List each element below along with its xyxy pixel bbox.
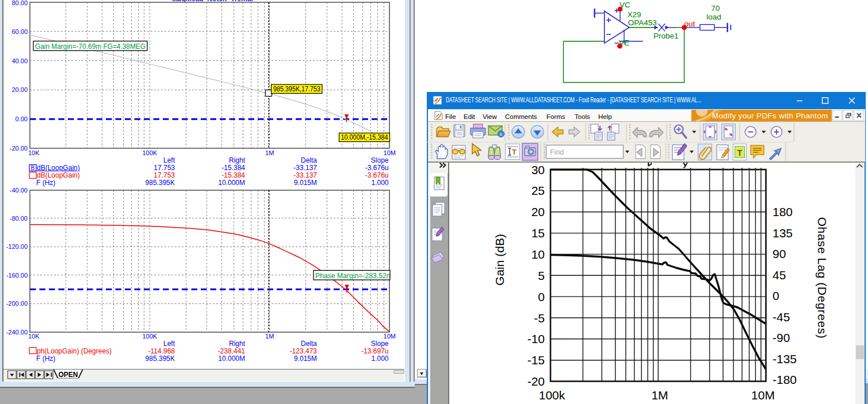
- svg-text:out: out: [685, 20, 695, 28]
- svg-text:-40.00: -40.00: [10, 187, 28, 194]
- svg-text:10: 10: [531, 247, 544, 260]
- svg-text:Find: Find: [550, 148, 564, 156]
- svg-text:135: 135: [773, 226, 793, 239]
- svg-text:10M: 10M: [751, 388, 775, 402]
- svg-text:-123.473: -123.473: [290, 347, 318, 355]
- svg-text:100k: 100k: [538, 388, 565, 402]
- svg-text:10.000M,-15.384: 10.000M,-15.384: [341, 133, 388, 141]
- svg-text:-3.676u: -3.676u: [365, 171, 389, 179]
- svg-text:100K: 100K: [142, 333, 157, 340]
- svg-text:-15.384: -15.384: [221, 164, 245, 172]
- svg-text:-160.00: -160.00: [6, 272, 28, 279]
- svg-text:80.00: 80.00: [12, 0, 28, 6]
- svg-text:60.00: 60.00: [12, 28, 28, 35]
- svg-text:Gain (dB): Gain (dB): [492, 234, 506, 286]
- svg-text:T: T: [737, 148, 743, 157]
- svg-text:-3.676u: -3.676u: [365, 164, 389, 172]
- svg-text:-120.00: -120.00: [6, 243, 28, 250]
- svg-text:9.015M: 9.015M: [294, 355, 317, 363]
- svg-text:-180: -180: [773, 373, 797, 386]
- svg-text:VE: VE: [619, 39, 629, 47]
- svg-text:-20: -20: [527, 375, 544, 388]
- svg-text:Gain Margin=-70.69m FG=4.38MEG: Gain Margin=-70.69m FG=4.38MEG: [35, 42, 146, 51]
- svg-text:-20.00: -20.00: [10, 145, 28, 152]
- svg-text:5: 5: [538, 268, 545, 282]
- svg-text:F (Hz): F (Hz): [36, 179, 55, 187]
- svg-text:load: load: [706, 13, 721, 21]
- svg-text:985.395K: 985.395K: [146, 179, 175, 187]
- svg-text:Right: Right: [229, 340, 246, 348]
- svg-text:-90: -90: [773, 331, 790, 344]
- svg-text:B: B: [31, 165, 35, 171]
- svg-text:10.000M: 10.000M: [218, 355, 245, 363]
- svg-text:9.015M: 9.015M: [294, 179, 317, 187]
- svg-text:100K: 100K: [142, 149, 157, 156]
- svg-text:Slope: Slope: [371, 340, 389, 348]
- svg-text:e: e: [500, 132, 503, 137]
- svg-text:90: 90: [773, 247, 786, 260]
- svg-text:-15: -15: [527, 353, 544, 367]
- svg-text:-114.968: -114.968: [148, 347, 175, 355]
- svg-text:1M: 1M: [265, 149, 274, 156]
- svg-text:F (Hz): F (Hz): [36, 355, 55, 363]
- svg-text:-13.697u: -13.697u: [361, 347, 388, 355]
- svg-text:Left: Left: [163, 340, 175, 348]
- svg-text:-135: -135: [773, 352, 797, 365]
- svg-text:985.395K: 985.395K: [146, 355, 175, 363]
- svg-text:180: 180: [773, 205, 793, 218]
- svg-text:1M: 1M: [265, 333, 274, 340]
- svg-text:OPA453: OPA453: [628, 18, 657, 27]
- svg-text:-33.137: -33.137: [293, 171, 317, 179]
- svg-text:-5: -5: [534, 311, 545, 324]
- svg-text:T: T: [512, 148, 517, 156]
- svg-text:-10: -10: [527, 332, 544, 345]
- svg-text:30: 30: [531, 163, 544, 176]
- svg-text:-200.00: -200.00: [6, 300, 28, 307]
- svg-text:15: 15: [531, 226, 544, 240]
- svg-text:VC: VC: [620, 1, 630, 9]
- svg-text:0: 0: [538, 290, 545, 303]
- svg-text:Delta: Delta: [301, 340, 317, 348]
- svg-text:10M: 10M: [384, 333, 396, 340]
- svg-text:dB(LoopGain): dB(LoopGain): [37, 164, 80, 172]
- svg-text:-15.384: -15.384: [221, 171, 245, 179]
- svg-text:985.395K,17.753: 985.395K,17.753: [273, 85, 320, 93]
- svg-text:Probe1: Probe1: [653, 32, 679, 40]
- svg-text:20: 20: [531, 205, 544, 218]
- svg-text:70: 70: [711, 4, 720, 13]
- svg-text:25: 25: [531, 184, 544, 197]
- svg-text:17.753: 17.753: [154, 164, 175, 172]
- svg-text:20.00: 20.00: [12, 86, 28, 93]
- svg-text:Phase Margin=-283.52m: Phase Margin=-283.52m: [315, 271, 392, 280]
- svg-text:1.000: 1.000: [371, 355, 388, 363]
- svg-text:1.000: 1.000: [371, 179, 388, 187]
- svg-text:10K: 10K: [28, 149, 40, 156]
- svg-text:dB(LoopGain): dB(LoopGain): [37, 171, 80, 179]
- svg-text:40.00: 40.00: [12, 57, 28, 64]
- svg-text:ph(LoopGain) (Degrees): ph(LoopGain) (Degrees): [37, 347, 112, 355]
- svg-text:-238.441: -238.441: [218, 347, 246, 355]
- svg-text:-33.137: -33.137: [293, 164, 317, 172]
- svg-text:0: 0: [773, 289, 779, 302]
- svg-text:-80.00: -80.00: [10, 215, 28, 222]
- svg-text:-240.00: -240.00: [6, 329, 28, 336]
- svg-text:10M: 10M: [384, 149, 396, 156]
- svg-text:X29: X29: [628, 10, 641, 19]
- svg-text:1M: 1M: [651, 388, 668, 402]
- svg-text:17.753: 17.753: [154, 171, 175, 179]
- svg-text:-45: -45: [773, 310, 790, 323]
- svg-text:10.000M: 10.000M: [218, 179, 245, 187]
- svg-text:OPEN: OPEN: [59, 371, 78, 379]
- svg-text:Ohase Lag (Degrees): Ohase Lag (Degrees): [815, 217, 828, 338]
- svg-text:10K: 10K: [28, 333, 40, 340]
- svg-text:45: 45: [773, 268, 786, 281]
